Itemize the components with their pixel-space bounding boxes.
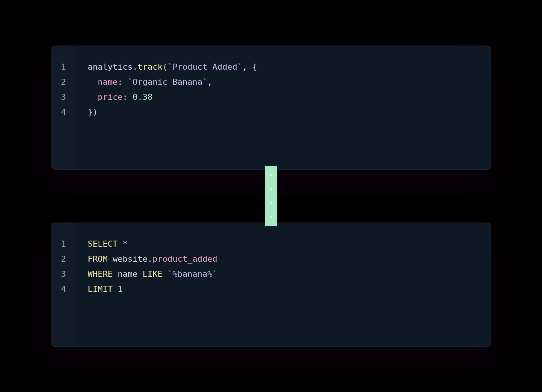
connector-pipe: [265, 166, 277, 226]
code-token: SELECT: [88, 239, 117, 249]
line-number: 3: [61, 90, 66, 105]
code-line: name: `Organic Banana`,: [88, 75, 257, 90]
code-token: ,: [207, 77, 212, 87]
code-line: }): [88, 105, 257, 120]
connector-dot: [270, 188, 272, 190]
code-token: analytics: [88, 62, 132, 72]
code-line: LIMIT 1: [88, 282, 217, 297]
code-line: WHERE name LIKE `%banana%`: [88, 267, 217, 282]
code-token: LIKE: [143, 269, 163, 279]
code-token: }): [88, 107, 98, 117]
connector-dot: [270, 202, 272, 204]
code-token: `Product Added`: [167, 62, 242, 72]
code-token: .: [148, 254, 152, 264]
code-line: FROM website.product_added: [88, 252, 217, 267]
code-token: WHERE: [88, 269, 113, 279]
code-token: 0.38: [132, 92, 152, 102]
line-number: 1: [61, 59, 66, 75]
line-number: 1: [61, 236, 66, 252]
code-token: :: [123, 92, 133, 102]
line-number: 4: [61, 105, 66, 120]
code-token: , {: [242, 62, 257, 72]
line-number-gutter: 1234: [51, 223, 76, 346]
connector-dot: [270, 174, 272, 176]
code-line: SELECT *: [88, 236, 217, 252]
code-token: name: [98, 77, 118, 87]
line-number: 2: [61, 252, 66, 267]
code-line: analytics.track(`Product Added`, {: [88, 59, 257, 75]
code-token: track: [137, 62, 162, 72]
code-token: FROM: [88, 254, 108, 264]
code-token: [88, 92, 98, 102]
line-number: 3: [61, 267, 66, 282]
line-number: 4: [61, 282, 66, 297]
diagram-container: 1234 analytics.track(`Product Added`, { …: [32, 46, 510, 347]
code-token: `Organic Banana`: [128, 77, 207, 87]
connector-dot: [270, 216, 272, 218]
code-token: (: [163, 62, 167, 72]
code-token: .: [132, 62, 137, 72]
code-token: price: [98, 92, 123, 102]
code-token: `%banana%`: [167, 269, 217, 279]
line-number: 2: [61, 75, 66, 90]
code-token: *: [117, 239, 128, 249]
code-token: :: [117, 77, 128, 87]
code-token: product_added: [152, 254, 217, 264]
code-token: [88, 77, 98, 87]
code-token: [113, 284, 117, 294]
code-block-js: 1234 analytics.track(`Product Added`, { …: [51, 46, 491, 170]
code-area-sql: SELECT *FROM website.product_addedWHERE …: [76, 223, 217, 346]
code-token: website: [108, 254, 148, 264]
code-area-js: analytics.track(`Product Added`, { name:…: [76, 46, 257, 169]
code-token: [163, 269, 167, 279]
code-line: price: 0.38: [88, 90, 257, 105]
code-block-sql: 1234 SELECT *FROM website.product_addedW…: [51, 223, 491, 347]
code-token: name: [113, 269, 142, 279]
code-token: 1: [117, 284, 122, 294]
line-number-gutter: 1234: [51, 46, 76, 169]
code-token: LIMIT: [88, 284, 113, 294]
